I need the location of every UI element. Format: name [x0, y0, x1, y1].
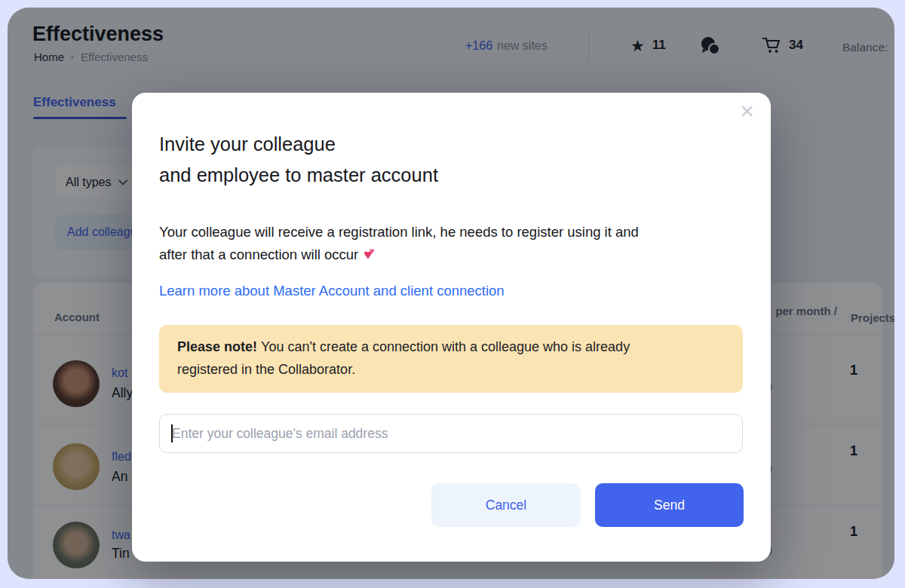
warning-note: Please note!You can't create a connectio… — [159, 325, 743, 393]
modal-description: Your colleague will receive a registrati… — [159, 221, 639, 266]
cancel-button[interactable]: Cancel — [431, 483, 581, 527]
close-icon[interactable]: × — [740, 99, 754, 123]
hearts-emoji: ♥ — [370, 246, 375, 256]
note-bold-lead: Please note! — [177, 339, 257, 354]
learn-more-link[interactable]: Learn more about Master Account and clie… — [159, 283, 505, 299]
modal-title: Invite your colleague and employee to ma… — [159, 129, 438, 191]
invite-colleague-modal: × Invite your colleague and employee to … — [132, 93, 771, 562]
colleague-email-input[interactable] — [159, 414, 743, 453]
send-button[interactable]: Send — [595, 483, 744, 527]
text-cursor — [171, 424, 173, 443]
